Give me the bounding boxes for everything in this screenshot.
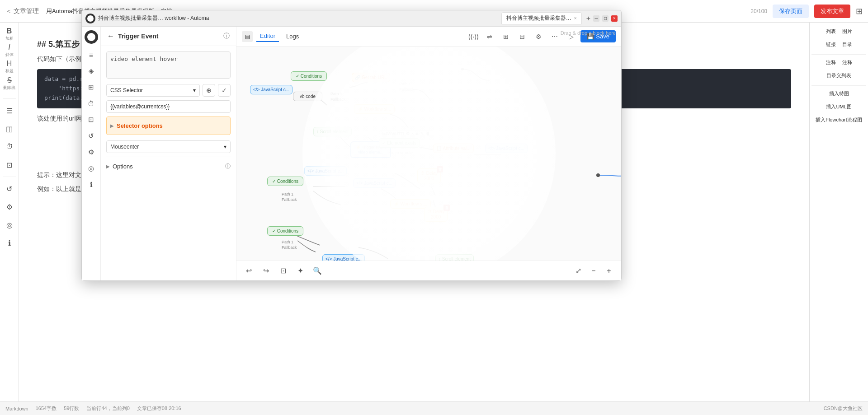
auto-nav-history[interactable]: ⏱ (84, 96, 99, 111)
win-minimize[interactable]: ─ (593, 15, 599, 22)
node-conditions1[interactable]: ✓ Conditions (291, 71, 327, 81)
auto-nav-block[interactable]: ⊡ (84, 112, 99, 127)
canvas-content[interactable]: ✓ Conditions </> JavaScript c... vb code… (236, 47, 621, 261)
history-icon[interactable]: ⏱ (1, 139, 18, 155)
selector-options-row[interactable]: ▶ Selector options (110, 121, 226, 131)
node-get-tab-url[interactable]: 🔗 Get tab URL (352, 73, 390, 82)
label-fallback-b: Fallback (399, 87, 415, 92)
options-info-icon[interactable]: ⓘ (225, 163, 231, 170)
blog-back-btn[interactable]: ＜ 文章管理 (5, 7, 39, 15)
undo-icon[interactable]: ↺ (1, 181, 18, 197)
node-conditions2[interactable]: ✓ Conditions (267, 177, 303, 186)
italic-icon[interactable]: I斜体 (1, 42, 18, 59)
canvas-star-btn[interactable]: ✦ (293, 264, 307, 278)
status-lines: 59行数 (64, 405, 79, 412)
automata-tab-close[interactable]: × (574, 16, 577, 21)
canvas-zoom-in-btn[interactable]: + (602, 264, 616, 278)
right-btn-insert-flowchart[interactable]: 插入Flowchart流程图 (813, 115, 865, 125)
block-icon[interactable]: ⊡ (1, 157, 18, 173)
node-scroll-element1[interactable]: ↕ Scroll element (313, 127, 352, 136)
node-delay1[interactable]: ⏱ Delay 2000 🗑 (417, 168, 441, 183)
right-btn-custom-list[interactable]: 目录义列表 (824, 70, 854, 81)
save-page-button[interactable]: 保存页面 (773, 5, 809, 18)
right-sidebar-row4: 目录义列表 (811, 70, 866, 81)
auto-nav-info[interactable]: ℹ (84, 177, 99, 192)
auto-nav-logo-inner (87, 33, 95, 41)
canvas-tab-editor[interactable]: Editor (256, 31, 279, 42)
canvas-zoom-out-btn[interactable]: − (587, 264, 600, 278)
canvas-broadcast-icon[interactable]: ((·)) (467, 30, 480, 43)
node-vb-code[interactable]: vb code (293, 92, 322, 101)
node-js-code-attr[interactable]: </> JavaScript c... (485, 144, 528, 153)
workflow-canvas: ▤ Editor Logs ((·)) ⇌ ⊞ ⊟ ⚙ ⋯ ▷ 💾 Save (236, 27, 621, 280)
canvas-undo-btn[interactable]: ↩ (242, 264, 255, 278)
automata-active-tab[interactable]: 抖音博主视频批量采集器… × (501, 12, 582, 24)
right-btn-list[interactable]: 列表 (823, 26, 839, 37)
automata-tab-add[interactable]: + (586, 14, 590, 23)
svg-point-1 (596, 173, 600, 177)
selector-target-btn[interactable]: ⊕ (203, 84, 215, 97)
canvas-search-btn[interactable]: 🔍 (311, 264, 324, 278)
canvas-block-btn[interactable]: ⊡ (276, 264, 290, 278)
node-workflow-st1[interactable]: ⚡ Workflow st... (354, 104, 395, 114)
right-btn-annotate[interactable]: 注释 (840, 57, 855, 68)
right-btn-note[interactable]: 注释 (823, 57, 839, 68)
svg-point-0 (461, 68, 464, 70)
canvas-more-icon[interactable]: ⋯ (548, 30, 561, 43)
options-section-row[interactable]: ▶ Options ⓘ (106, 161, 231, 172)
node-js-code4[interactable]: </> JavaScript c... (322, 254, 365, 261)
node-js-code1[interactable]: </> JavaScript c... (250, 85, 292, 94)
node-delay2[interactable]: ⏱ Delay 2000 🗑 (424, 207, 448, 222)
right-btn-toc[interactable]: 目录 (840, 39, 855, 50)
canvas-tab-logs[interactable]: Logs (283, 31, 302, 42)
canvas-share-icon[interactable]: ⇌ (483, 30, 496, 43)
canvas-sidebar-toggle[interactable]: ▤ (242, 31, 253, 42)
settings-icon[interactable]: ⚙ (1, 199, 18, 215)
node-js-code2[interactable]: </> JavaScript c... (304, 166, 347, 176)
auto-nav-grid[interactable]: ⊞ (84, 80, 99, 94)
win-maximize[interactable]: □ (602, 15, 609, 22)
node-conditions3[interactable]: ✓ Conditions (267, 226, 303, 236)
canvas-settings-icon[interactable]: ⚙ (532, 30, 545, 43)
right-btn-insert-uml[interactable]: 插入UML图 (823, 102, 854, 112)
element-exists-container: fx4WWUTTI ⚙ × ◈ ✎ 🗑 ✓ Element exists (379, 130, 433, 138)
auto-nav-profile[interactable]: ◎ (84, 161, 99, 176)
auto-nav-settings[interactable]: ⚙ (84, 145, 99, 159)
win-close[interactable]: × (611, 15, 618, 22)
mouseenter-row: Mouseenter ▾ (106, 140, 231, 153)
css-selector-input[interactable] (106, 100, 231, 113)
trigger-info-icon[interactable]: ⓘ (223, 32, 230, 40)
trigger-back-btn[interactable]: ← (107, 32, 114, 40)
node-attr-val[interactable]: 📋 Attribute val... (433, 144, 474, 153)
auto-nav-nodes[interactable]: ◈ (84, 64, 99, 78)
image-icon[interactable]: ◫ (1, 121, 18, 137)
css-selector-dropdown[interactable]: CSS Selector ▾ (106, 84, 200, 97)
node-scroll-element2[interactable]: ↕ Scroll element (435, 254, 474, 261)
right-sidebar: 列表 图片 链接 目录 注释 注释 目录义列表 插入特图 插入UML图 插入Fl… (809, 23, 868, 415)
canvas-table-icon[interactable]: ⊞ (499, 30, 513, 43)
trigger-selector-row: CSS Selector ▾ ⊕ ✓ (106, 84, 231, 97)
trigger-event-textarea[interactable]: video element hover (106, 51, 231, 79)
node-element-exists[interactable]: ✓ Element exists (379, 138, 420, 148)
auto-nav-refresh[interactable]: ↺ (84, 129, 99, 143)
automata-logo-inner (87, 15, 94, 22)
right-btn-link[interactable]: 链接 (823, 39, 839, 50)
canvas-fit-btn[interactable]: ⤢ (571, 264, 585, 278)
right-btn-insert-chart[interactable]: 插入特图 (826, 89, 852, 99)
heading-icon[interactable]: H标题 (1, 59, 18, 75)
publish-button[interactable]: 发布文章 (814, 5, 850, 18)
blog-toolbar-right: 20/100 保存页面 发布文章 ⊞ (750, 5, 863, 18)
list-icon[interactable]: ☰ (1, 103, 18, 119)
right-divider2 (811, 85, 866, 86)
bold-icon[interactable]: B加粗 (1, 26, 18, 42)
canvas-redo-btn[interactable]: ↪ (259, 264, 273, 278)
mouseenter-dropdown[interactable]: Mouseenter ▾ (106, 140, 231, 153)
auto-nav-workflow[interactable]: ≡ (84, 47, 99, 62)
strikethrough-icon[interactable]: S̶删除线 (1, 75, 18, 91)
node-js-code3[interactable]: </> JavaScript c... (353, 178, 396, 188)
right-btn-image[interactable]: 图片 (840, 26, 855, 37)
canvas-db-icon[interactable]: ⊟ (515, 30, 529, 43)
target-icon[interactable]: ◎ (1, 217, 18, 233)
selector-check-btn[interactable]: ✓ (218, 84, 231, 97)
info-icon[interactable]: ℹ (1, 235, 18, 251)
